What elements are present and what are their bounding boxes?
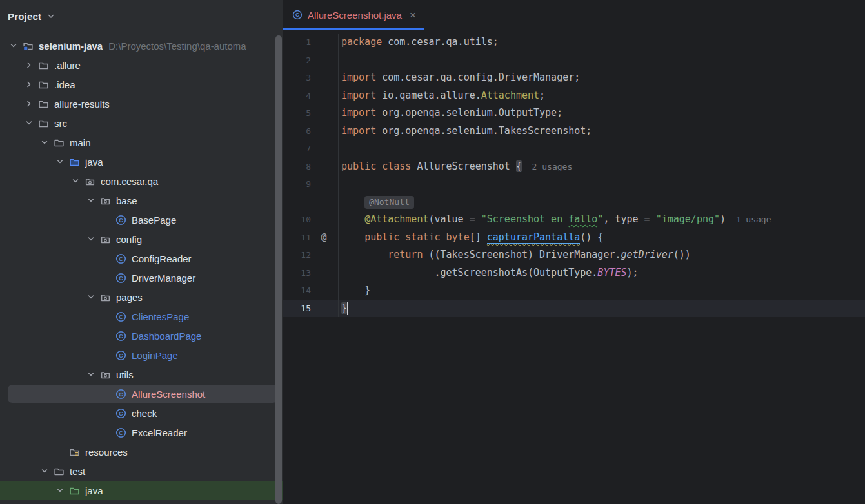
tree-row-drivermanager[interactable]: CDriverManager (0, 268, 283, 287)
tree-row-basepage[interactable]: CBasePage (0, 210, 283, 229)
tree-row-utils[interactable]: utils (0, 365, 283, 384)
tree-item-label: test (70, 466, 85, 477)
code-token: import (341, 125, 376, 137)
tree-item-label: base (116, 195, 137, 206)
tree-row-selenium-java[interactable]: selenium-java D:\Proyectos\Testing\qa-au… (0, 36, 283, 55)
gutter[interactable]: 14 (283, 282, 339, 300)
tree-row-test[interactable]: test (0, 461, 283, 481)
chevron-collapsed-icon[interactable] (22, 77, 36, 92)
chevron-expanded-icon[interactable] (84, 367, 98, 382)
code-token: .getScreenshotAs(OutputType. (341, 267, 597, 278)
tab-close-icon[interactable]: × (410, 10, 416, 21)
code-token: () { (580, 231, 603, 243)
code-text[interactable]: import org.openqa.selenium.OutputType; (339, 104, 865, 122)
svg-text:C: C (119, 391, 123, 397)
code-token: ) (720, 213, 726, 225)
tree-row-src[interactable]: src (0, 113, 283, 133)
chevron-expanded-icon[interactable] (53, 155, 67, 169)
chevron-expanded-icon[interactable] (37, 135, 52, 150)
chevron-collapsed-icon[interactable] (22, 58, 36, 72)
code-token: ((TakesScreenshot) DriverManager. (423, 249, 621, 260)
gutter[interactable] (283, 193, 339, 211)
gutter[interactable]: 12 (283, 246, 339, 264)
code-line-9: 9 (283, 175, 865, 193)
gutter[interactable]: 9 (283, 175, 339, 193)
code-text[interactable]: public class AllureScreenshot { 2 usages (339, 158, 865, 176)
gutter[interactable]: 15 (283, 300, 339, 318)
tree-row-loginpage[interactable]: CLoginPage (0, 345, 283, 365)
project-panel-header[interactable]: Project (0, 0, 283, 36)
code-text[interactable]: return ((TakesScreenshot) DriverManager.… (339, 246, 865, 264)
gutter[interactable]: 10 (283, 211, 339, 229)
tree-row-java[interactable]: java (0, 481, 283, 500)
code-text[interactable]: } (339, 300, 865, 318)
tree-row-java[interactable]: java (0, 152, 283, 171)
code-text[interactable]: package com.cesar.qa.utils; (339, 34, 865, 52)
gutter[interactable]: 13 (283, 264, 339, 282)
gutter[interactable]: 11@ (283, 229, 339, 247)
editor-code-area[interactable]: 1package com.cesar.qa.utils;23import com… (283, 30, 865, 317)
annotation-gutter-icon[interactable]: @ (311, 231, 337, 243)
code-matched-brace: { (516, 160, 522, 172)
code-token (341, 249, 388, 260)
tree-row-excelreader[interactable]: CExcelReader (0, 423, 283, 442)
line-number: 3 (283, 73, 311, 82)
editor-tab-active[interactable]: C AllureScreenshot.java × (283, 0, 424, 30)
tree-row--allure[interactable]: .allure (0, 55, 283, 75)
tree-row-configreader[interactable]: CConfigReader (0, 249, 283, 268)
tree-row--idea[interactable]: .idea (0, 75, 283, 94)
chevron-collapsed-icon[interactable] (22, 97, 36, 111)
class-icon: C (114, 213, 128, 227)
gutter[interactable]: 7 (283, 140, 339, 158)
tree-row-check[interactable]: Ccheck (0, 403, 283, 423)
tree-row-main[interactable]: main (0, 133, 283, 152)
code-typo-word: fallo (568, 213, 597, 225)
line-number: 5 (283, 108, 311, 118)
gutter[interactable]: 2 (283, 52, 339, 70)
tree-row-base[interactable]: base (0, 191, 283, 210)
code-text[interactable]: import org.openqa.selenium.TakesScreensh… (339, 122, 865, 141)
gutter[interactable]: 3 (283, 69, 339, 87)
tree-row-config[interactable]: config (0, 229, 283, 249)
gutter[interactable]: 1 (283, 34, 339, 52)
code-line-4: 4import io.qameta.allure.Attachment; (283, 87, 865, 105)
tree-item-label: BasePage (132, 215, 176, 226)
code-text[interactable]: import com.cesar.qa.config.DriverManager… (339, 69, 865, 87)
chevron-expanded-icon[interactable] (68, 174, 83, 188)
code-method-call: getDriver (621, 249, 673, 260)
code-text[interactable]: @NotNull (339, 193, 865, 211)
code-token: class (382, 160, 411, 172)
panel-splitter-scrollbar[interactable] (275, 35, 282, 504)
gutter[interactable]: 6 (283, 122, 339, 141)
line-number: 11 (283, 233, 311, 242)
line-number: 14 (283, 286, 311, 295)
chevron-expanded-icon[interactable] (53, 483, 67, 498)
class-icon: C (114, 329, 128, 343)
chevron-spacer (99, 251, 114, 266)
chevron-expanded-icon[interactable] (84, 193, 98, 208)
svg-text:C: C (119, 313, 123, 320)
code-text[interactable]: } (339, 282, 865, 300)
tree-row-resources[interactable]: resources (0, 442, 283, 461)
gutter[interactable]: 8 (283, 158, 339, 176)
gutter[interactable]: 4 (283, 87, 339, 105)
chevron-expanded-icon[interactable] (6, 39, 21, 53)
chevron-expanded-icon[interactable] (22, 116, 36, 130)
code-token (399, 231, 405, 243)
code-text[interactable]: public static byte[] capturarPantalla() … (339, 229, 865, 247)
chevron-expanded-icon[interactable] (84, 232, 98, 246)
line-number: 9 (283, 179, 311, 189)
tree-row-dashboardpage[interactable]: CDashboardPage (0, 326, 283, 345)
code-text[interactable]: .getScreenshotAs(OutputType.BYTES); (339, 264, 865, 282)
code-text[interactable]: @Attachment(value = "Screenshot en fallo… (339, 211, 865, 229)
tree-item-label: .allure (54, 60, 81, 71)
tree-row-com-cesar-qa[interactable]: com.cesar.qa (0, 171, 283, 191)
tree-row-clientespage[interactable]: CClientesPage (0, 307, 283, 326)
gutter[interactable]: 5 (283, 104, 339, 122)
chevron-expanded-icon[interactable] (37, 464, 52, 478)
code-text[interactable]: import io.qameta.allure.Attachment; (339, 87, 865, 105)
tree-row-pages[interactable]: pages (0, 287, 283, 307)
tree-row-allurescreenshot[interactable]: CAllureScreenshot (0, 384, 283, 403)
tree-row-allure-results[interactable]: allure-results (0, 94, 283, 113)
chevron-expanded-icon[interactable] (84, 290, 98, 304)
